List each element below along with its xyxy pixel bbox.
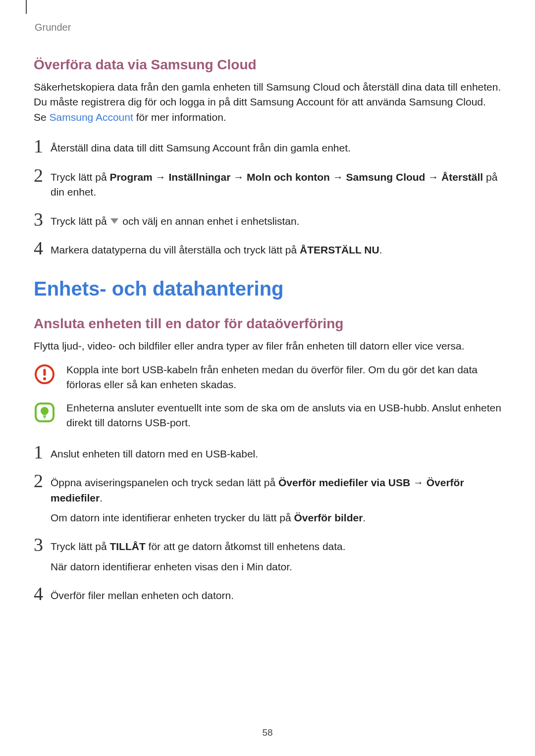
step-body: Markera datatyperna du vill återställa o… [51,241,382,257]
text: Tryck lätt på [51,541,109,552]
warning-icon [34,363,55,385]
step-number: 1 [34,137,51,155]
bold-action: Överför bilder [294,512,363,523]
step-extra: Om datorn inte identifierar enheten tryc… [51,510,501,525]
step-text: Markera datatyperna du vill återställa o… [51,243,382,257]
step-text: Återställ dina data till ditt Samsung Ac… [51,141,351,155]
text: för att ge datorn åtkomst till enhetens … [146,541,346,552]
note-text: Enheterna ansluter eventuellt inte som d… [66,401,501,431]
warning-callout: Koppla inte bort USB-kabeln från enheten… [34,362,501,393]
list-item: 3 Tryck lätt på TILLÅT för att ge datorn… [34,537,501,574]
step-text: Tryck lätt på Program → Inställningar → … [51,170,501,200]
text: Tryck lätt på [51,171,109,183]
step-text: Tryck lätt på och välj en annan enhet i … [51,214,300,229]
step-text: Tryck lätt på TILLÅT för att ge datorn å… [51,539,346,554]
bold-action: ÅTERSTÄLL NU [300,244,379,255]
section-heading-samsung-cloud: Överföra data via Samsung Cloud [34,57,501,73]
step-text: Anslut enheten till datorn med en USB-ka… [51,447,258,461]
step-number: 4 [34,584,51,603]
page-number: 58 [0,727,535,738]
step-number: 2 [34,166,51,185]
text: och välj en annan enhet i enhetslistan. [119,215,299,227]
text: Om datorn inte identifierar enheten tryc… [51,512,294,523]
step-body: Överför filer mellan enheten och datorn. [51,586,234,603]
section-heading-connect-pc: Ansluta enheten till en dator för dataöv… [34,316,501,332]
list-item: 2 Tryck lätt på Program → Inställningar … [34,168,501,200]
list-item: 2 Öppna aviseringspanelen och tryck seda… [34,473,501,525]
document-page: Grunder Överföra data via Samsung Cloud … [0,0,535,756]
step-body: Återställ dina data till ditt Samsung Ac… [51,139,351,155]
section1-intro: Säkerhetskopiera data från den gamla enh… [34,80,501,125]
step-text: Överför filer mellan enheten och datorn. [51,588,234,603]
step-body: Tryck lätt på och välj en annan enhet i … [51,212,300,229]
svg-rect-5 [44,417,46,418]
section2-steps: 1 Anslut enheten till datorn med en USB-… [34,445,501,604]
bold-path: Program → Inställningar → Moln och konto… [109,171,483,183]
step-number: 4 [34,239,51,257]
note-icon [34,402,55,423]
text: Tryck lätt på [51,215,109,227]
step-text: Öppna aviseringspanelen och tryck sedan … [51,475,501,505]
text: Markera datatyperna du vill återställa o… [51,244,300,255]
step-number: 3 [34,535,51,554]
step-number: 1 [34,443,51,461]
intro-text-tail: för mer information. [133,111,226,123]
list-item: 3 Tryck lätt på och välj en annan enhet … [34,212,501,229]
list-item: 4 Markera datatyperna du vill återställa… [34,241,501,257]
svg-point-2 [43,377,46,380]
text: . [100,492,103,504]
text: . [379,244,382,255]
bold-action: TILLÅT [109,541,145,552]
svg-rect-1 [44,369,46,376]
step-number: 3 [34,210,51,229]
samsung-account-link[interactable]: Samsung Account [50,111,133,123]
list-item: 4 Överför filer mellan enheten och dator… [34,586,501,603]
list-item: 1 Anslut enheten till datorn med en USB-… [34,445,501,461]
text: . [363,512,366,523]
main-heading: Enhets- och datahantering [34,278,501,300]
breadcrumb: Grunder [35,22,501,33]
list-item: 1 Återställ dina data till ditt Samsung … [34,139,501,155]
text: Öppna aviseringspanelen och tryck sedan … [51,477,278,488]
step-body: Tryck lätt på Program → Inställningar → … [51,168,501,200]
step-body: Tryck lätt på TILLÅT för att ge datorn å… [51,537,346,574]
warning-text: Koppla inte bort USB-kabeln från enheten… [66,362,501,393]
note-callout: Enheterna ansluter eventuellt inte som d… [34,401,501,431]
svg-rect-4 [43,415,46,417]
step-number: 2 [34,471,51,490]
step-extra: När datorn identifierar enheten visas de… [51,559,346,574]
chevron-down-icon [110,218,118,224]
step-body: Öppna aviseringspanelen och tryck sedan … [51,473,501,525]
step-body: Anslut enheten till datorn med en USB-ka… [51,445,258,461]
section2-intro: Flytta ljud-, video- och bildfiler eller… [34,339,501,353]
section1-steps: 1 Återställ dina data till ditt Samsung … [34,139,501,257]
